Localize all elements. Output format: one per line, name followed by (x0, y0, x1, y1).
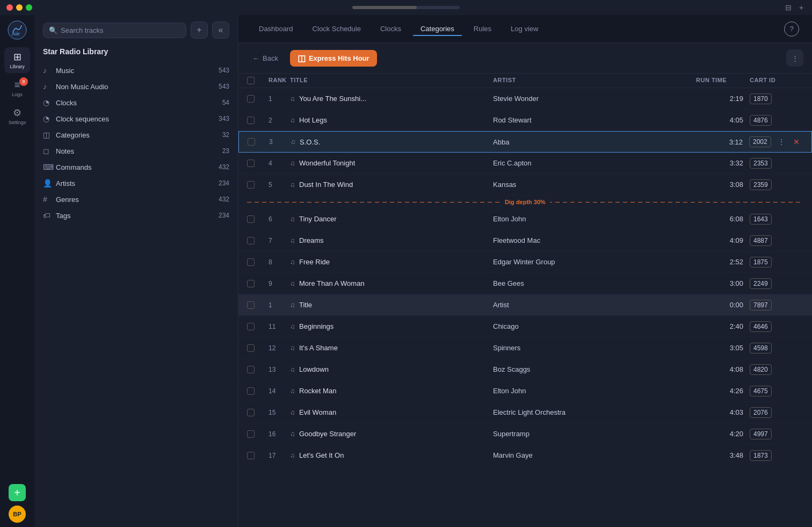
row-checkbox-box[interactable] (247, 258, 255, 266)
sidebar-item-notes[interactable]: ◻ Notes 23 (34, 143, 238, 159)
row-checkbox-box[interactable] (247, 301, 255, 309)
category-name-button[interactable]: ◫ Express Hits Hour (290, 50, 377, 67)
row-checkbox[interactable] (247, 258, 269, 266)
row-checkbox[interactable] (248, 138, 269, 146)
icon-bar-settings[interactable]: ⚙ Settings (4, 103, 30, 129)
table-row[interactable]: 7♫DreamsFleetwood Mac4:094887 (238, 230, 812, 251)
row-checkbox[interactable] (247, 215, 269, 223)
more-options-button[interactable]: ⋮ (786, 49, 803, 67)
table-row[interactable]: 6♫Tiny DancerElton John6:081643 (238, 208, 812, 230)
row-checkbox-box[interactable] (247, 237, 255, 244)
row-checkbox-box[interactable] (247, 160, 255, 167)
row-checkbox-box[interactable] (247, 452, 255, 459)
table-row[interactable]: 1♫You Are The Sunshi...Stevie Wonder2:19… (238, 88, 812, 110)
window-action-btn-1[interactable]: ⊟ (784, 3, 793, 12)
table-row[interactable]: 8♫Free RideEdgar Winter Group2:521875 (238, 251, 812, 273)
table-row[interactable]: 5♫Dust In The WindKansas3:082359 (238, 174, 812, 196)
content-area: ← Back ◫ Express Hits Hour ⋮ Rank (238, 43, 812, 527)
nav-rules[interactable]: Rules (466, 21, 499, 36)
row-runtime: 3:08 (696, 181, 750, 189)
sidebar-item-clocks[interactable]: ◔ Clocks 54 (34, 95, 238, 111)
row-rank: 14 (269, 387, 290, 395)
row-checkbox[interactable] (247, 430, 269, 438)
close-window-btn[interactable] (6, 4, 13, 11)
row-checkbox-box[interactable] (247, 387, 255, 395)
back-button[interactable]: ← Back (247, 51, 284, 66)
tags-label: Tags (56, 212, 214, 220)
table-row[interactable]: 2♫Hot LegsRod Stewart4:054876 (238, 110, 812, 131)
table-row[interactable]: 15♫Evil WomanElectric Light Orchestra4:0… (238, 402, 812, 423)
sidebar-item-commands[interactable]: ⌨ Commands 432 (34, 159, 238, 175)
nav-log-view[interactable]: Log view (503, 21, 546, 36)
sidebar-item-artists[interactable]: 👤 Artists 234 (34, 175, 238, 191)
row-checkbox-box[interactable] (247, 430, 255, 438)
nav-clocks[interactable]: Clocks (373, 21, 409, 36)
row-checkbox-box[interactable] (248, 138, 255, 146)
table-row[interactable]: 3♫S.O.S.Abba3:122002⋮✕ (238, 131, 812, 153)
nav-dashboard[interactable]: Dashboard (251, 21, 301, 36)
row-checkbox[interactable] (247, 344, 269, 352)
select-all-checkbox-box[interactable] (247, 77, 255, 84)
row-checkbox[interactable] (247, 366, 269, 373)
collapse-button[interactable]: « (212, 21, 229, 39)
row-checkbox-box[interactable] (247, 181, 255, 189)
categories-label: Categories (56, 131, 218, 139)
clock-sequences-label: Clock sequences (56, 115, 214, 123)
row-checkbox-box[interactable] (247, 215, 255, 223)
row-runtime: 4:03 (696, 408, 750, 416)
sidebar-item-music[interactable]: ♪ Music 543 (34, 62, 238, 78)
table-row[interactable]: 17♫Let's Get It OnMarvin Gaye3:481873 (238, 445, 812, 466)
row-checkbox[interactable] (247, 117, 269, 124)
row-checkbox[interactable] (247, 452, 269, 459)
search-input[interactable] (61, 26, 180, 34)
row-checkbox-box[interactable] (247, 117, 255, 124)
table-row[interactable]: 9♫More Than A WomanBee Gees3:002249 (238, 273, 812, 294)
row-checkbox[interactable] (247, 301, 269, 309)
table-row[interactable]: 13♫LowdownBoz Scaggs4:084820 (238, 359, 812, 380)
row-more-button[interactable]: ⋮ (775, 135, 788, 148)
user-avatar[interactable]: BP (9, 506, 26, 523)
sidebar-item-clock-sequences[interactable]: ◔ Clock sequences 343 (34, 111, 238, 127)
table-row[interactable]: 11♫BeginningsChicago2:404646 (238, 316, 812, 337)
row-checkbox[interactable] (247, 95, 269, 103)
clock-sequences-icon: ◔ (43, 114, 52, 123)
table-row[interactable]: 16♫Goodbye StrangerSupertramp4:204997 (238, 423, 812, 445)
minimize-window-btn[interactable] (16, 4, 23, 11)
add-track-button[interactable]: + (191, 21, 208, 39)
sidebar-item-categories[interactable]: ◫ Categories 32 (34, 127, 238, 143)
row-checkbox[interactable] (247, 160, 269, 167)
sidebar-item-genres[interactable]: # Genres 432 (34, 191, 238, 207)
maximize-window-btn[interactable] (26, 4, 32, 11)
row-checkbox-box[interactable] (247, 280, 255, 287)
search-box[interactable]: 🔍 (43, 23, 186, 38)
window-action-btn-2[interactable]: + (797, 3, 806, 12)
icon-bar-logs[interactable]: ≡ Logs 8 (4, 75, 30, 101)
row-checkbox[interactable] (247, 280, 269, 287)
row-checkbox-box[interactable] (247, 323, 255, 330)
nav-clock-schedule[interactable]: Clock Schedule (305, 21, 368, 36)
row-checkbox[interactable] (247, 181, 269, 189)
music-note-icon: ♫ (290, 117, 295, 124)
sidebar-item-non-music-audio[interactable]: ♪ Non Music Audio 543 (34, 78, 238, 95)
nav-categories[interactable]: Categories (413, 21, 462, 36)
table-row[interactable]: 1♫TitleArtist0:007897 (238, 294, 812, 316)
row-checkbox-box[interactable] (247, 366, 255, 373)
help-button[interactable]: ? (784, 21, 799, 37)
genres-icon: # (43, 195, 52, 204)
table-row[interactable]: 14♫Rocket ManElton John4:264675 (238, 380, 812, 402)
icon-bar-library[interactable]: ⊞ Library (4, 47, 30, 73)
row-checkbox-box[interactable] (247, 344, 255, 352)
row-checkbox-box[interactable] (247, 409, 255, 416)
row-checkbox-box[interactable] (247, 95, 255, 103)
select-all-checkbox[interactable] (247, 77, 269, 84)
row-remove-button[interactable]: ✕ (790, 135, 803, 148)
sidebar-item-tags[interactable]: 🏷 Tags 234 (34, 207, 238, 223)
row-checkbox[interactable] (247, 237, 269, 244)
add-button[interactable]: + (9, 484, 26, 501)
row-checkbox[interactable] (247, 409, 269, 416)
row-checkbox[interactable] (247, 323, 269, 330)
row-runtime: 2:52 (696, 258, 750, 266)
table-row[interactable]: 4♫Wonderful TonightEric C.apton3:322353 (238, 153, 812, 174)
table-row[interactable]: 12♫It's A ShameSpinners3:054598 (238, 337, 812, 359)
row-checkbox[interactable] (247, 387, 269, 395)
